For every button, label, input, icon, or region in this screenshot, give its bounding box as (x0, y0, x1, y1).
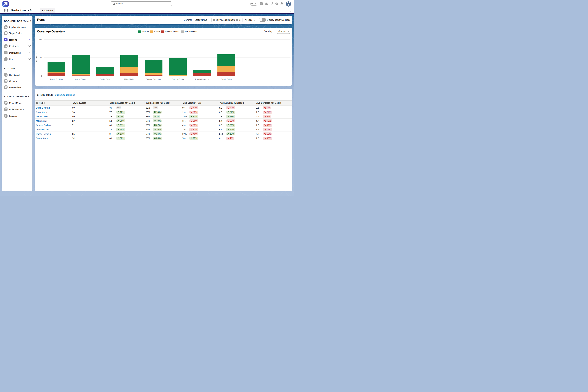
svg-text:Butch Booking: Butch Booking (50, 78, 63, 80)
svg-text:Accounts: Accounts (35, 53, 38, 62)
svg-text:Chloe Closer: Chloe Closer (75, 78, 86, 80)
svg-text:Octavia Outbound: Octavia Outbound (146, 78, 162, 80)
svg-text:Daniel Dialer: Daniel Dialer (100, 78, 111, 80)
svg-text:50: 50 (39, 56, 42, 59)
svg-text:Sarah Sales: Sarah Sales (221, 78, 232, 80)
svg-text:0: 0 (40, 75, 42, 77)
svg-text:Randy Revenue: Randy Revenue (195, 78, 209, 80)
svg-text:Millie Mailer: Millie Mailer (124, 78, 134, 80)
svg-text:Quincy Quota: Quincy Quota (172, 78, 184, 80)
svg-text:100: 100 (38, 38, 42, 40)
